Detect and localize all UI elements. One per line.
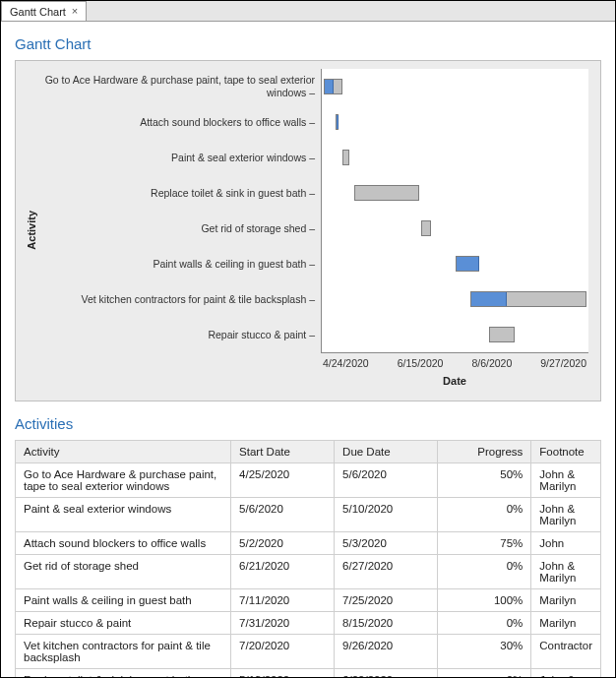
table-row[interactable]: Vet kitchen contractors for paint & tile… <box>16 635 601 669</box>
col-activity[interactable]: Activity <box>16 441 231 463</box>
gantt-track <box>322 140 588 175</box>
cell-progress: 0% <box>438 498 531 532</box>
cell-activity: Repair stucco & paint <box>16 612 231 635</box>
tab-gantt-chart[interactable]: Gantt Chart × <box>1 1 87 21</box>
cell-progress: 0% <box>438 669 531 678</box>
cell-progress: 50% <box>438 463 531 498</box>
gantt-plot-area <box>321 69 588 353</box>
gantt-x-ticks: 4/24/20206/15/20208/6/20209/27/2020 <box>321 357 588 369</box>
gantt-bar-progress <box>457 257 479 271</box>
gantt-task-label: Paint & seal exterior windows – <box>26 140 321 175</box>
y-axis-label: Activity <box>26 210 37 249</box>
app-frame: Gantt Chart × Gantt Chart Activity Go to… <box>0 0 616 678</box>
cell-footnote: John & Marilyn <box>531 498 601 532</box>
table-row[interactable]: Get rid of storage shed6/21/20206/27/202… <box>16 555 601 589</box>
gantt-task-label: Vet kitchen contractors for paint & tile… <box>26 281 321 317</box>
activities-section-title: Activities <box>15 415 601 432</box>
cell-progress: 75% <box>438 532 531 555</box>
gantt-track <box>322 69 588 104</box>
cell-activity: Go to Ace Hardware & purchase paint, tap… <box>16 463 231 498</box>
cell-due: 9/26/2020 <box>335 635 438 669</box>
gantt-bar[interactable] <box>324 79 342 94</box>
cell-start: 7/20/2020 <box>231 635 335 669</box>
gantt-task-label: Repair stucco & paint – <box>26 317 321 352</box>
cell-progress: 30% <box>438 635 531 669</box>
cell-start: 5/13/2020 <box>231 669 335 678</box>
gantt-chart: Activity Go to Ace Hardware & purchase p… <box>15 60 601 401</box>
cell-footnote: John & Marilyn <box>531 463 601 498</box>
gantt-bar-progress <box>471 292 507 306</box>
gantt-section-title: Gantt Chart <box>15 35 601 52</box>
gantt-task-label: Paint walls & ceiling in guest bath – <box>26 246 321 281</box>
tab-bar: Gantt Chart × <box>1 1 615 22</box>
x-tick: 4/24/2020 <box>323 357 369 369</box>
cell-activity: Paint walls & ceiling in guest bath <box>16 589 231 612</box>
cell-start: 4/25/2020 <box>231 463 335 498</box>
cell-footnote: Marilyn <box>531 612 601 635</box>
gantt-task-label: Replace toilet & sink in guest bath – <box>26 175 321 211</box>
col-due[interactable]: Due Date <box>335 441 438 463</box>
cell-due: 5/6/2020 <box>335 463 438 498</box>
cell-footnote: John <box>531 532 601 555</box>
cell-footnote: Marilyn <box>531 589 601 612</box>
cell-footnote: John & Marilyn <box>531 669 601 678</box>
cell-start: 7/11/2020 <box>231 589 335 612</box>
cell-activity: Vet kitchen contractors for paint & tile… <box>16 635 231 669</box>
close-icon[interactable]: × <box>72 6 78 17</box>
gantt-task-label: Get rid of storage shed – <box>26 211 321 246</box>
col-footnote[interactable]: Footnote <box>531 441 601 463</box>
gantt-track <box>322 281 588 317</box>
gantt-task-label: Go to Ace Hardware & purchase paint, tap… <box>26 69 321 104</box>
table-row[interactable]: Repair stucco & paint7/31/20208/15/20200… <box>16 612 601 635</box>
table-header-row: Activity Start Date Due Date Progress Fo… <box>16 441 601 463</box>
gantt-track <box>322 211 588 246</box>
activities-table: Activity Start Date Due Date Progress Fo… <box>15 440 601 677</box>
table-row[interactable]: Attach sound blockers to office walls5/2… <box>16 532 601 555</box>
cell-start: 5/2/2020 <box>231 532 335 555</box>
gantt-bar[interactable] <box>421 220 431 236</box>
col-progress[interactable]: Progress <box>438 441 531 463</box>
gantt-bar-progress <box>325 80 335 93</box>
gantt-track <box>322 246 588 281</box>
gantt-track <box>322 175 588 211</box>
content-area: Gantt Chart Activity Go to Ace Hardware … <box>1 22 615 677</box>
cell-start: 7/31/2020 <box>231 612 335 635</box>
col-start[interactable]: Start Date <box>231 441 335 463</box>
gantt-bar[interactable] <box>470 291 586 307</box>
gantt-task-label: Attach sound blockers to office walls – <box>26 104 321 140</box>
table-row[interactable]: Paint walls & ceiling in guest bath7/11/… <box>16 589 601 612</box>
x-tick: 6/15/2020 <box>398 357 444 369</box>
cell-footnote: Contractor <box>531 635 601 669</box>
gantt-track <box>322 317 588 352</box>
gantt-bar[interactable] <box>354 185 419 201</box>
cell-due: 8/15/2020 <box>335 612 438 635</box>
cell-due: 5/10/2020 <box>335 498 438 532</box>
cell-activity: Attach sound blockers to office walls <box>16 532 231 555</box>
cell-progress: 0% <box>438 612 531 635</box>
cell-progress: 0% <box>438 555 531 589</box>
cell-activity: Replace toilet & sink in guest bath <box>16 669 231 678</box>
cell-progress: 100% <box>438 589 531 612</box>
cell-due: 5/3/2020 <box>335 532 438 555</box>
gantt-track <box>322 104 588 140</box>
x-tick: 9/27/2020 <box>540 357 586 369</box>
gantt-bar-progress <box>337 115 339 129</box>
cell-due: 6/20/2020 <box>335 669 438 678</box>
gantt-bar[interactable] <box>336 114 339 130</box>
table-row[interactable]: Replace toilet & sink in guest bath5/13/… <box>16 669 601 678</box>
cell-start: 6/21/2020 <box>231 555 335 589</box>
gantt-bar[interactable] <box>342 150 349 165</box>
table-row[interactable]: Go to Ace Hardware & purchase paint, tap… <box>16 463 601 498</box>
table-row[interactable]: Paint & seal exterior windows5/6/20205/1… <box>16 498 601 532</box>
gantt-bar[interactable] <box>489 327 515 342</box>
cell-activity: Get rid of storage shed <box>16 555 231 589</box>
cell-due: 7/25/2020 <box>335 589 438 612</box>
gantt-y-labels: Go to Ace Hardware & purchase paint, tap… <box>26 69 321 353</box>
x-tick: 8/6/2020 <box>471 357 512 369</box>
x-axis-label: Date <box>321 375 588 387</box>
cell-due: 6/27/2020 <box>335 555 438 589</box>
cell-footnote: John & Marilyn <box>531 555 601 589</box>
tab-label: Gantt Chart <box>10 6 66 18</box>
cell-activity: Paint & seal exterior windows <box>16 498 231 532</box>
gantt-bar[interactable] <box>456 256 479 272</box>
